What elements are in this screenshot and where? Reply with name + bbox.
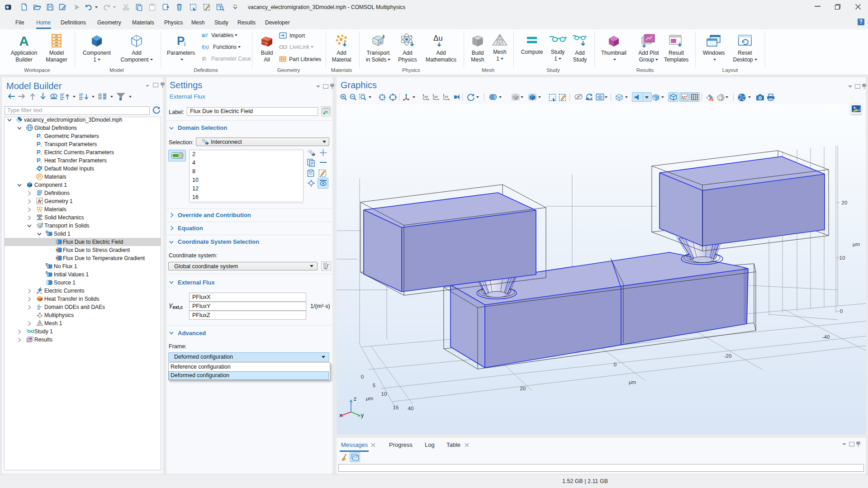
- svg-text:10: 10: [381, 391, 387, 397]
- svg-text:0: 0: [361, 374, 364, 379]
- svg-text:5: 5: [373, 383, 375, 388]
- svg-text:40: 40: [408, 406, 414, 411]
- svg-text:x: x: [339, 412, 342, 418]
- svg-text:i: i: [41, 144, 42, 148]
- svg-text:xz: xz: [445, 95, 448, 99]
- svg-text:μm: μm: [853, 242, 860, 247]
- svg-text:i: i: [184, 40, 185, 47]
- svg-text:y: y: [361, 412, 364, 418]
- svg-text:20: 20: [520, 386, 526, 391]
- svg-text:f(x): f(x): [202, 44, 209, 50]
- svg-text:-20: -20: [724, 353, 732, 359]
- svg-text:μm: μm: [366, 396, 373, 401]
- svg-text:Δu: Δu: [433, 34, 443, 43]
- svg-text:μm: μm: [629, 379, 636, 385]
- svg-text:a=: a=: [202, 32, 208, 38]
- svg-text:i: i: [41, 160, 42, 164]
- svg-text:-40: -40: [822, 334, 830, 340]
- svg-text:P: P: [177, 34, 185, 47]
- svg-text:dt: dt: [37, 307, 40, 310]
- svg-text:i: i: [206, 58, 207, 62]
- svg-text:z: z: [354, 396, 356, 402]
- svg-text:15: 15: [393, 405, 399, 410]
- svg-text:xy: xy: [424, 95, 428, 99]
- svg-text:i: i: [41, 136, 42, 140]
- svg-text:P: P: [37, 141, 41, 147]
- svg-text:20: 20: [842, 200, 848, 205]
- svg-text:A: A: [19, 33, 29, 48]
- svg-text:P: P: [37, 157, 41, 164]
- svg-text:0: 0: [614, 362, 617, 367]
- svg-text:10: 10: [840, 255, 845, 261]
- svg-text:P: P: [202, 56, 206, 62]
- svg-text:P: P: [37, 149, 41, 156]
- svg-text:i: i: [41, 152, 42, 156]
- svg-text:yz: yz: [434, 95, 438, 99]
- svg-text:0: 0: [840, 308, 843, 314]
- svg-text:P: P: [37, 133, 41, 139]
